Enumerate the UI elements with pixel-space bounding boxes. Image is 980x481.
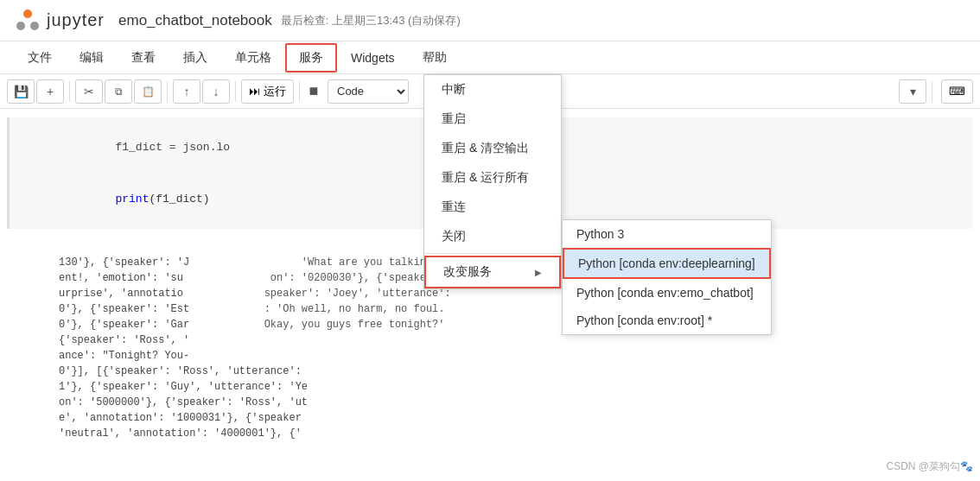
titlebar: jupyter emo_chatbot_notebook 最后检查: 上星期三1…: [0, 0, 980, 41]
toolbar-sep-4: [299, 81, 300, 102]
menubar: 文件 编辑 查看 插入 单元格 服务 Widgets 帮助: [0, 41, 980, 74]
move-down-button[interactable]: ↓: [202, 79, 230, 104]
keyboard-shortcut-button[interactable]: ⌨: [941, 79, 973, 104]
run-label: 运行: [264, 84, 286, 99]
jupyter-logo-icon: [14, 7, 41, 35]
toolbar-sep-3: [235, 81, 236, 102]
svg-point-1: [16, 22, 25, 30]
dropdown-sep: [424, 253, 561, 254]
interrupt-button[interactable]: ■: [305, 79, 322, 104]
save-button[interactable]: 💾: [7, 79, 35, 104]
menu-item-widgets[interactable]: Widgets: [337, 44, 409, 72]
svg-point-0: [23, 9, 32, 18]
kernel-deeplearning[interactable]: Python [conda env:deeplearning]: [563, 248, 771, 279]
cell-type-select[interactable]: Code Markdown Raw: [328, 79, 409, 104]
menu-item-insert[interactable]: 插入: [169, 43, 221, 73]
notebook-meta: 最后检查: 上星期三13:43 (自动保存): [281, 13, 461, 28]
toolbar-sep-1: [69, 81, 70, 102]
add-cell-button[interactable]: +: [36, 79, 64, 104]
menu-item-file[interactable]: 文件: [14, 43, 66, 73]
menu-item-help[interactable]: 帮助: [409, 43, 461, 73]
dropdown-button[interactable]: ▾: [899, 79, 926, 104]
kernel-root[interactable]: Python [conda env:root] *: [563, 307, 771, 334]
menu-restart[interactable]: 重启: [424, 104, 561, 134]
cut-cell-button[interactable]: ✂: [75, 79, 103, 104]
kernel-python3[interactable]: Python 3: [563, 220, 771, 248]
watermark: CSDN @菜狗勾🐾: [886, 459, 973, 474]
run-cell-button[interactable]: ⏭ 运行: [241, 79, 294, 104]
change-kernel-section: 改变服务: [424, 256, 561, 288]
menu-interrupt[interactable]: 中断: [424, 75, 561, 104]
menu-close[interactable]: 关闭: [424, 222, 561, 251]
kernel-submenu[interactable]: Python 3 Python [conda env:deeplearning]…: [562, 219, 772, 335]
notebook-title: emo_chatbot_notebook: [118, 12, 272, 29]
services-dropdown[interactable]: 中断 重启 重启 & 清空输出 重启 & 运行所有 重连 关闭 改变服务: [423, 74, 562, 289]
menu-change-kernel[interactable]: 改变服务: [426, 257, 559, 287]
menu-item-services[interactable]: 服务: [285, 43, 337, 73]
menu-item-cell[interactable]: 单元格: [221, 43, 285, 73]
menu-restart-run-all[interactable]: 重启 & 运行所有: [424, 163, 561, 193]
jupyter-logo: jupyter: [14, 7, 105, 35]
menu-item-view[interactable]: 查看: [118, 43, 169, 73]
move-up-button[interactable]: ↑: [173, 79, 200, 104]
toolbar-sep-5: [932, 81, 932, 102]
fast-forward-icon: ⏭: [249, 85, 260, 98]
toolbar-sep-2: [167, 81, 168, 102]
svg-point-2: [30, 22, 39, 30]
copy-cell-button[interactable]: ⧉: [105, 79, 132, 104]
menu-reconnect[interactable]: 重连: [424, 193, 561, 222]
kernel-emo-chatbot[interactable]: Python [conda env:emo_chatbot]: [563, 279, 771, 307]
menu-restart-clear[interactable]: 重启 & 清空输出: [424, 134, 561, 163]
menu-item-edit[interactable]: 编辑: [66, 43, 118, 73]
app-name: jupyter: [47, 10, 105, 30]
paste-cell-button[interactable]: 📋: [134, 79, 162, 104]
